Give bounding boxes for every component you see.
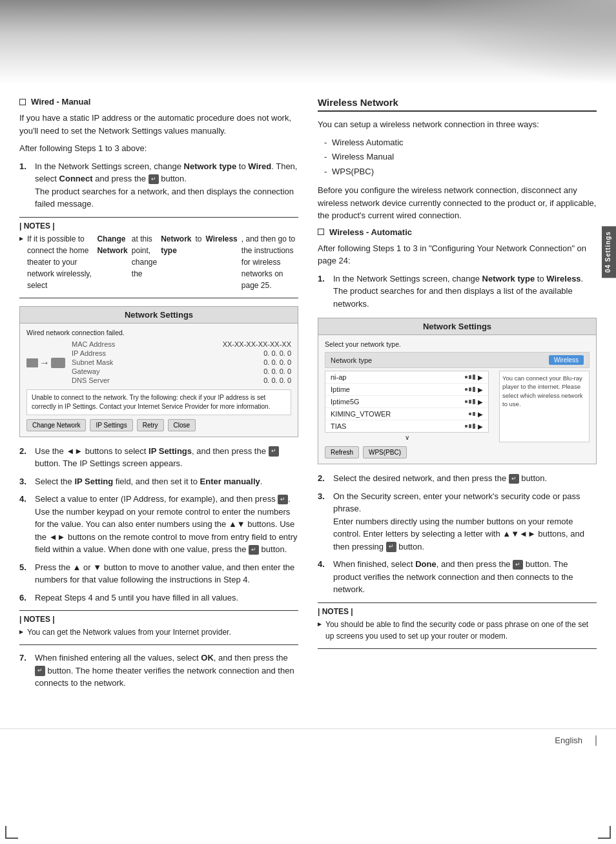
notes-item-1: If it is possible to connect the home th… — [19, 233, 298, 291]
signal-5 — [465, 424, 475, 429]
wired-steps-2-6: 2. Use the ◄► buttons to select IP Setti… — [19, 445, 298, 604]
notes-section-wireless: | NOTES | You should be able to find the… — [318, 602, 597, 649]
signal-3 — [465, 399, 475, 404]
wireless-auto-intro: After following Steps 1 to 3 in "Configu… — [318, 242, 597, 267]
wireless-auto-steps: 1. In the Network Settings screen, chang… — [318, 273, 597, 311]
wired-step-2: 2. Use the ◄► buttons to select IP Setti… — [19, 445, 298, 470]
wifi-row-4[interactable]: KIMING_VTOWER ▶ — [325, 408, 488, 420]
header-banner — [0, 0, 616, 84]
wireless-step-3: 3. On the Security screen, enter your ne… — [318, 490, 597, 553]
network-settings-box: Network Settings Wired network connectio… — [19, 306, 298, 437]
wifi-row-2[interactable]: Iptime ▶ — [325, 384, 488, 396]
ip-row: IP Address 0. 0. 0. 0 — [72, 349, 291, 357]
footer-divider — [595, 736, 597, 746]
wired-step-7-list: 7. When finished entering all the values… — [19, 652, 298, 690]
signal-4 — [469, 412, 475, 416]
wireless-intro: You can setup a wireless network connect… — [318, 118, 597, 131]
wireless-settings-box: Network Settings Select your network typ… — [318, 318, 597, 464]
wired-step-3: 3. Select the IP Setting field, and then… — [19, 475, 298, 488]
after-steps: After following Steps 1 to 3 above: — [19, 142, 298, 155]
notes-section-2: | NOTES | You can get the Network values… — [19, 610, 298, 645]
wireless-checkbox-icon — [318, 229, 324, 235]
wired-step-1: 1. In the Network Settings screen, chang… — [19, 160, 298, 211]
wps-pbc-button[interactable]: WPS(PBC) — [363, 446, 407, 458]
wifi-area: ni-ap ▶ Iptime — [325, 371, 590, 442]
refresh-button[interactable]: Refresh — [325, 446, 359, 458]
wifi-list: ni-ap ▶ Iptime — [325, 371, 489, 433]
wired-manual-heading: Wired - Manual — [19, 97, 298, 107]
wifi-row-3[interactable]: Iptime5G ▶ — [325, 396, 488, 408]
notes-item-2: You can get the Network values from your… — [19, 626, 298, 638]
footer: English — [0, 728, 616, 752]
device-icon: → — [26, 340, 65, 386]
wireless-step-4: 4. When finished, select Done, and then … — [318, 558, 597, 596]
enter-btn-4b: ↵ — [249, 545, 259, 555]
option-wireless-manual: Wireless Manual — [324, 150, 597, 163]
enter-button-icon: ↵ — [149, 174, 159, 185]
wireless-select-msg: Select your network type. — [325, 340, 590, 348]
wireless-step-2: 2. Select the desired network, and then … — [318, 472, 597, 485]
network-buttons: Change Network IP Settings Retry Close — [26, 419, 291, 431]
change-network-button[interactable]: Change Network — [26, 419, 86, 431]
wireless-box-body: Select your network type. Network type W… — [318, 335, 596, 464]
wireless-step-1: 1. In the Network Settings screen, chang… — [318, 273, 597, 311]
network-type-label: Network type — [331, 356, 549, 364]
option-wireless-auto: Wireless Automatic — [324, 136, 597, 149]
wired-manual-intro: If you have a static IP address or the a… — [19, 112, 298, 137]
option-wps-pbc: WPS(PBC) — [324, 165, 597, 178]
corner-mark-br — [598, 826, 611, 839]
wireless-automatic-section: Wireless - Automatic After following Ste… — [318, 227, 597, 649]
wireless-box-title: Network Settings — [318, 318, 596, 335]
notes-item-wireless: You should be able to find the security … — [318, 619, 597, 642]
enter-btn-2: ↵ — [269, 446, 279, 457]
wireless-box-buttons: Refresh WPS(PBC) — [325, 446, 590, 458]
checkbox-icon — [19, 99, 26, 105]
wireless-options-list: Wireless Automatic Wireless Manual WPS(P… — [324, 136, 597, 178]
wired-step-4: 4. Select a value to enter (IP Address, … — [19, 493, 298, 556]
wireless-network-heading: Wireless Network — [318, 97, 597, 112]
notes-title-wireless: | NOTES | — [318, 607, 597, 616]
dns-row: DNS Server 0. 0. 0. 0 — [72, 376, 291, 384]
enter-btn-7: ↵ — [35, 666, 45, 676]
wifi-row-1[interactable]: ni-ap ▶ — [325, 371, 488, 384]
wireless-automatic-heading: Wireless - Automatic — [318, 227, 597, 237]
enter-btn-w2: ↵ — [509, 474, 519, 484]
wireless-before-config: Before you configure the wireless networ… — [318, 184, 597, 222]
right-column: Wireless Network You can setup a wireles… — [318, 97, 597, 696]
notes-section-1: | NOTES | If it is possible to connect t… — [19, 217, 298, 298]
scroll-indicator: ∨ — [325, 433, 489, 442]
wifi-row-5[interactable]: TIAS ▶ — [325, 420, 488, 432]
signal-1 — [465, 375, 475, 380]
enter-btn-w3: ↵ — [386, 542, 396, 552]
wired-step-6: 6. Repeat Steps 4 and 5 until you have f… — [19, 592, 298, 604]
enter-btn-4: ↵ — [278, 495, 288, 505]
retry-button[interactable]: Retry — [137, 419, 164, 431]
gateway-row: Gateway 0. 0. 0. 0 — [72, 367, 291, 375]
network-type-bar: Network type Wireless — [325, 352, 590, 368]
main-content: Wired - Manual If you have a static IP a… — [0, 84, 616, 715]
wired-steps-list: 1. In the Network Settings screen, chang… — [19, 160, 298, 211]
network-box-body: Wired network connection failed. → MAC A… — [20, 324, 298, 437]
wireless-steps-2-4: 2. Select the desired network, and then … — [318, 472, 597, 596]
network-warning: Unable to connect to the network. Try th… — [26, 389, 291, 415]
wireless-side-note: You can connect your Blu-ray player to t… — [499, 371, 590, 442]
subnet-row: Subnet Mask 0. 0. 0. 0 — [72, 358, 291, 366]
left-column: Wired - Manual If you have a static IP a… — [19, 97, 298, 696]
notes-title-2: | NOTES | — [19, 615, 298, 624]
wifi-list-wrapper: ni-ap ▶ Iptime — [325, 371, 489, 442]
wireless-badge: Wireless — [549, 355, 584, 365]
enter-btn-w4: ↵ — [513, 560, 523, 570]
ip-settings-button[interactable]: IP Settings — [90, 419, 132, 431]
wired-step-7: 7. When finished entering all the values… — [19, 652, 298, 690]
network-error-msg: Wired network connection failed. — [26, 329, 291, 336]
corner-mark-bl — [5, 826, 18, 839]
notes-title-1: | NOTES | — [19, 221, 298, 231]
close-button[interactable]: Close — [168, 419, 196, 431]
wired-step-5: 5. Press the ▲ or ▼ button to move to an… — [19, 561, 298, 586]
network-box-title: Network Settings — [20, 307, 298, 324]
footer-language: English — [555, 736, 582, 745]
signal-2 — [465, 387, 475, 392]
mac-row: MAC Address XX-XX-XX-XX-XX-XX — [72, 340, 291, 348]
